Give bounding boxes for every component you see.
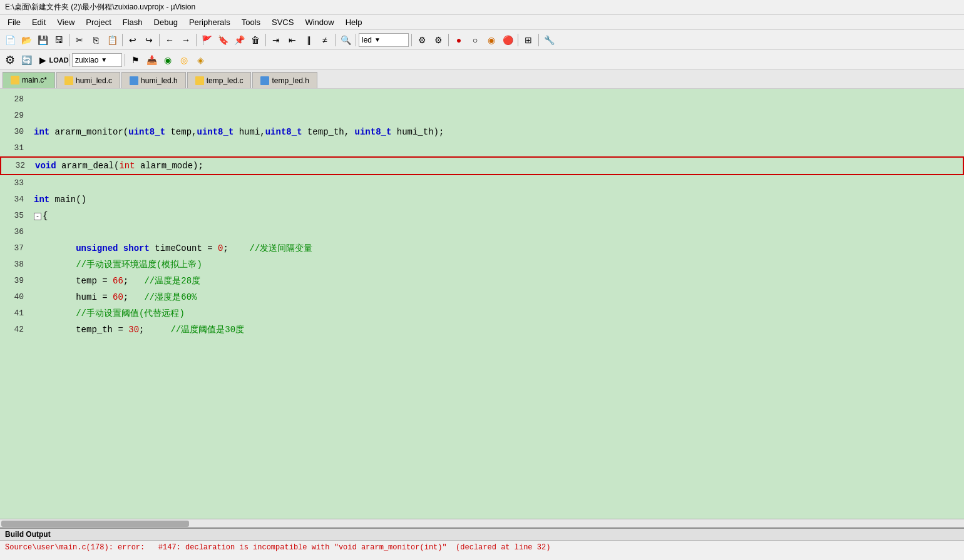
code-line-31: 31 — [0, 140, 964, 156]
debug-reset-button[interactable]: ◉ — [484, 33, 499, 48]
code-line-34: 34 int main() — [0, 191, 964, 208]
line-content-35: -{ — [31, 208, 964, 224]
indent-button[interactable]: ⇥ — [269, 33, 284, 48]
line-num-31: 31 — [0, 140, 31, 156]
menu-tools[interactable]: Tools — [237, 16, 265, 28]
menu-project[interactable]: Project — [81, 16, 116, 28]
title-text: E:\桌面\新建文件夹 (2)\最小例程\zuixiao.uvprojx - µ… — [5, 2, 195, 13]
project-dropdown[interactable]: zuixiao ▼ — [72, 53, 122, 67]
toolbar1: 📄 📂 💾 🖫 ✂ ⎘ 📋 ↩ ↪ ← → 🚩 🔖 📌 🗑 ⇥ ⇤ ∥ ≠ 🔍 … — [0, 30, 964, 50]
line-num-42: 42 — [0, 322, 31, 338]
project-dropdown-value: zuixiao — [75, 56, 98, 64]
menu-window[interactable]: Window — [300, 16, 339, 28]
line-content-40: humi = 60; //湿度是60% — [31, 289, 964, 305]
separator10 — [518, 34, 518, 46]
menu-help[interactable]: Help — [341, 16, 367, 28]
menu-peripherals[interactable]: Peripherals — [184, 16, 235, 28]
tools-btn[interactable]: 🔧 — [541, 33, 556, 48]
target-options-button[interactable]: ⚙ — [414, 33, 429, 48]
comment-button[interactable]: ∥ — [301, 33, 316, 48]
bookmark-set-button[interactable]: 🚩 — [199, 33, 214, 48]
window-btn1[interactable]: ⊞ — [521, 33, 536, 48]
editor: 28 29 30 int ararm_monitor(uint8_t temp,… — [0, 89, 964, 527]
bookmark-clear-button[interactable]: 🗑 — [248, 33, 263, 48]
debug-config2-button[interactable]: 📥 — [144, 53, 159, 68]
nav-back-button[interactable]: ← — [162, 33, 177, 48]
uncomment-button[interactable]: ≠ — [317, 33, 332, 48]
menu-edit[interactable]: Edit — [27, 16, 51, 28]
target-dropdown-arrow: ▼ — [374, 36, 381, 43]
tab-humi-led-c-icon — [64, 76, 73, 85]
tab-main-c-label: main.c* — [22, 76, 47, 84]
build-target-button[interactable]: ▶ — [35, 53, 50, 68]
target-dropdown-value: led — [362, 36, 372, 44]
menu-file[interactable]: File — [3, 16, 26, 28]
debug-config4-button[interactable]: ◎ — [177, 53, 192, 68]
horizontal-scrollbar[interactable] — [0, 519, 964, 527]
code-line-36: 36 — [0, 224, 964, 240]
code-line-41: 41 //手动设置阈值(代替远程) — [0, 305, 964, 322]
code-line-29: 29 — [0, 108, 964, 124]
code-line-40: 40 humi = 60; //湿度是60% — [0, 289, 964, 305]
debug-go-button[interactable]: ● — [451, 33, 466, 48]
tab-humi-led-h-icon — [130, 76, 138, 85]
find-button[interactable]: 🔍 — [338, 33, 353, 48]
separator5 — [265, 34, 266, 46]
tab-temp-led-c-icon — [195, 76, 204, 85]
redo-button[interactable]: ↪ — [141, 33, 156, 48]
menu-view[interactable]: View — [52, 16, 79, 28]
line-num-36: 36 — [0, 224, 31, 240]
cut-button[interactable]: ✂ — [72, 33, 87, 48]
bookmark-prev-button[interactable]: 🔖 — [215, 33, 230, 48]
line-num-40: 40 — [0, 289, 31, 305]
tab-temp-led-h[interactable]: temp_led.h — [252, 72, 317, 88]
separator-tb2-1 — [69, 54, 69, 66]
menu-flash[interactable]: Flash — [118, 16, 148, 28]
line-content-34: int main() — [31, 191, 964, 208]
separator-tb2-2 — [125, 54, 125, 66]
paste-button[interactable]: 📋 — [105, 33, 120, 48]
build-output-text: Source\user\main.c(178): error: #147: de… — [0, 541, 964, 554]
copy-button[interactable]: ⎘ — [88, 33, 103, 48]
debug-config1-button[interactable]: ⚑ — [128, 53, 143, 68]
target-options2-button[interactable]: ⚙ — [431, 33, 446, 48]
open-file-button[interactable]: 📂 — [19, 33, 34, 48]
nav-fwd-button[interactable]: → — [178, 33, 193, 48]
tab-humi-led-c-label: humi_led.c — [76, 76, 112, 85]
separator9 — [448, 34, 449, 46]
undo-button[interactable]: ↩ — [125, 33, 140, 48]
menu-svcs[interactable]: SVCS — [267, 16, 299, 28]
unindent-button[interactable]: ⇤ — [285, 33, 300, 48]
bookmark-next-button[interactable]: 📌 — [232, 33, 247, 48]
debug-stop-button[interactable]: ○ — [468, 33, 483, 48]
debug-extra-button[interactable]: 🔴 — [500, 33, 515, 48]
separator11 — [538, 34, 539, 46]
new-file-button[interactable]: 📄 — [3, 33, 18, 48]
line-num-33: 33 — [0, 175, 31, 191]
menu-debug[interactable]: Debug — [149, 16, 183, 28]
fold-icon-35[interactable]: - — [34, 213, 41, 220]
tab-main-c[interactable]: main.c* — [3, 72, 55, 88]
debug-config5-button[interactable]: ◈ — [193, 53, 208, 68]
hscroll-thumb[interactable] — [1, 521, 189, 527]
load-button[interactable]: LOAD — [51, 53, 66, 68]
save-all-button[interactable]: 🖫 — [51, 33, 66, 48]
code-area[interactable]: 28 29 30 int ararm_monitor(uint8_t temp,… — [0, 89, 964, 519]
tab-temp-led-c[interactable]: temp_led.c — [187, 72, 252, 88]
line-num-41: 41 — [0, 305, 31, 322]
tab-bar: main.c* humi_led.c humi_led.h temp_led.c… — [0, 70, 964, 89]
separator2 — [122, 34, 123, 46]
target-dropdown[interactable]: led ▼ — [359, 33, 409, 47]
rebuild-button[interactable]: 🔄 — [19, 53, 34, 68]
tab-humi-led-h[interactable]: humi_led.h — [121, 72, 186, 88]
debug-config3-button[interactable]: ◉ — [160, 53, 175, 68]
code-line-30: 30 int ararm_monitor(uint8_t temp,uint8_… — [0, 124, 964, 140]
line-num-35: 35 — [0, 208, 31, 224]
save-button[interactable]: 💾 — [35, 33, 50, 48]
line-num-28: 28 — [0, 91, 31, 108]
build-all-button[interactable]: ⚙ — [3, 53, 18, 68]
line-content-32: void ararm_deal(int alarm_mode); — [33, 158, 963, 174]
line-num-34: 34 — [0, 191, 31, 208]
code-line-39: 39 temp = 66; //温度是28度 — [0, 273, 964, 289]
tab-humi-led-c[interactable]: humi_led.c — [56, 72, 120, 88]
